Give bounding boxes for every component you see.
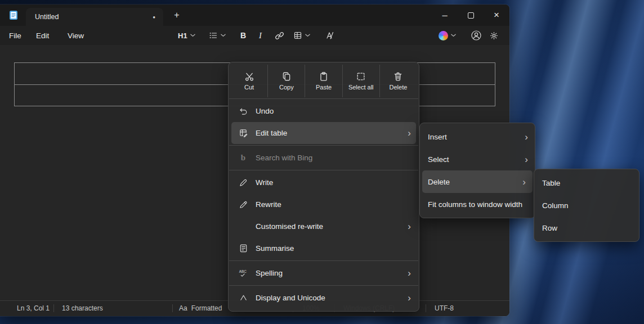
submenu-item-column[interactable]: Column: [534, 194, 639, 217]
new-tab-button[interactable]: +: [170, 9, 184, 21]
character-count: 13 characters: [62, 301, 103, 316]
account-button[interactable]: [471, 26, 482, 45]
bold-button[interactable]: B: [240, 26, 246, 45]
unsaved-dot-icon: ●: [153, 15, 155, 20]
maximize-icon: [468, 12, 474, 19]
delete-submenu: Table Column Row: [534, 169, 639, 242]
separator: [229, 98, 418, 99]
menu-item-search-with-bing[interactable]: b Search with Bing: [229, 147, 419, 169]
separator: [172, 304, 173, 312]
heading-style-button[interactable]: H1: [178, 26, 195, 45]
chevron-right-icon: ›: [408, 293, 411, 303]
select-all-button[interactable]: Select all: [342, 65, 379, 97]
titlebar: Untitled ● + ─ ×: [0, 4, 509, 26]
tab-title: Untitled: [35, 13, 59, 21]
chevron-right-icon: ›: [408, 268, 411, 278]
table-icon: [293, 31, 302, 40]
chevron-down-icon: [190, 34, 195, 37]
delete-button[interactable]: Delete: [379, 65, 417, 97]
menu-item-undo[interactable]: Undo: [229, 100, 419, 122]
context-menu: Cut Copy Paste Select all: [228, 62, 419, 312]
menu-item-edit-table[interactable]: Edit table ›: [231, 122, 416, 144]
rewrite-pen-icon: [238, 200, 249, 209]
submenu-item-insert[interactable]: Insert ›: [420, 125, 535, 148]
menu-item-summarise[interactable]: Summarise: [229, 237, 419, 259]
separator: [53, 304, 54, 312]
cut-icon: [244, 71, 254, 82]
submenu-item-row[interactable]: Row: [534, 217, 639, 239]
chevron-down-icon: [221, 34, 226, 37]
cut-button[interactable]: Cut: [231, 65, 267, 97]
menu-item-rewrite[interactable]: Rewrite: [229, 194, 419, 215]
bing-icon: b: [238, 153, 249, 163]
separator: [229, 285, 418, 286]
separator: [229, 145, 418, 146]
svg-text:ABC: ABC: [239, 269, 246, 273]
submenu-item-table[interactable]: Table: [534, 172, 639, 194]
copilot-icon: [439, 31, 448, 40]
copy-icon: [281, 71, 292, 82]
encoding: UTF-8: [435, 301, 454, 316]
chevron-down-icon: [451, 34, 456, 37]
menu-edit[interactable]: Edit: [36, 26, 49, 45]
formatted-indicator: Aa Formatted: [179, 301, 222, 316]
menu-item-display-and-unicode[interactable]: Display and Unicode ›: [229, 287, 419, 309]
insert-table-button[interactable]: [293, 26, 310, 45]
select-all-icon: [356, 71, 366, 82]
submenu-item-select[interactable]: Select ›: [420, 148, 535, 170]
settings-button[interactable]: [489, 26, 499, 45]
avatar-icon: [471, 30, 482, 41]
separator: [229, 170, 418, 170]
link-icon: [275, 31, 284, 40]
chevron-right-icon: ›: [522, 177, 526, 187]
chevron-right-icon: ›: [408, 222, 411, 231]
gear-icon: [489, 31, 499, 40]
submenu-item-delete[interactable]: Delete ›: [422, 170, 533, 193]
minimize-button[interactable]: ─: [432, 4, 458, 26]
copilot-button[interactable]: [439, 26, 456, 45]
edit-table-submenu: Insert › Select › Delete › Fit columns t…: [419, 123, 535, 218]
separator: [426, 304, 426, 312]
desktop-wallpaper: Untitled ● + ─ × File Edit View H1: [0, 0, 644, 324]
quick-actions-row: Cut Copy Paste Select all: [231, 65, 417, 97]
separator: [229, 260, 418, 261]
trash-icon: [393, 71, 403, 82]
formatted-label: Formatted: [191, 301, 222, 316]
window-controls: ─ ×: [432, 4, 509, 26]
clear-formatting-icon: [325, 31, 335, 40]
notepad-app-icon: [8, 10, 19, 21]
pen-icon: [238, 178, 249, 187]
italic-button[interactable]: I: [259, 26, 262, 45]
chevron-right-icon: ›: [525, 132, 528, 142]
document-lines-icon: [238, 244, 249, 253]
menu-item-spelling[interactable]: ABC Spelling ›: [229, 262, 419, 284]
undo-icon: [238, 106, 249, 116]
menu-item-customised-rewrite[interactable]: Customised re-write ›: [229, 215, 419, 237]
paste-button[interactable]: Paste: [305, 65, 342, 97]
toolbar: File Edit View H1 B I: [0, 26, 509, 45]
list-button[interactable]: [209, 26, 226, 45]
menu-view[interactable]: View: [68, 26, 84, 45]
maximize-button[interactable]: [458, 4, 484, 26]
bullet-list-icon: [209, 31, 218, 40]
caret-symbol-icon: [238, 293, 249, 303]
chevron-right-icon: ›: [408, 128, 411, 138]
cursor-position: Ln 3, Col 1: [17, 301, 50, 316]
hyperlink-button[interactable]: [275, 26, 284, 45]
submenu-item-fit-columns[interactable]: Fit columns to window width: [420, 193, 535, 215]
tab-untitled[interactable]: Untitled ●: [26, 8, 163, 26]
chevron-down-icon: [305, 34, 310, 37]
spellcheck-icon: ABC: [238, 268, 249, 278]
copy-button[interactable]: Copy: [267, 65, 305, 97]
menu-file[interactable]: File: [9, 26, 21, 45]
paste-icon: [319, 71, 329, 82]
close-button[interactable]: ×: [484, 4, 509, 26]
chevron-right-icon: ›: [525, 155, 528, 164]
formatted-aa-icon: Aa: [179, 301, 187, 316]
menu-item-write[interactable]: Write: [229, 172, 419, 194]
clear-formatting-button[interactable]: [325, 26, 335, 45]
edit-table-icon: [238, 128, 249, 138]
